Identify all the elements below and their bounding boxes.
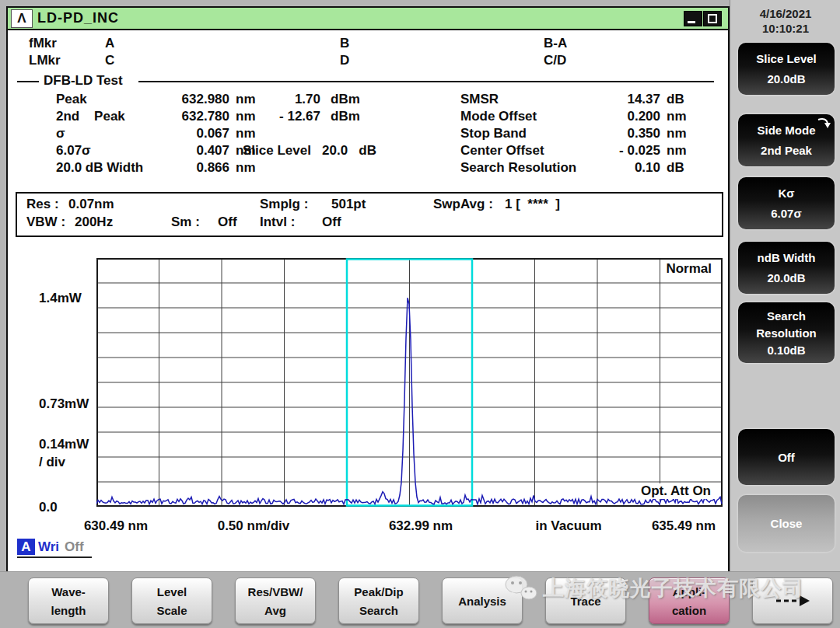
- spectrum-trace-svg: [96, 258, 723, 507]
- meas-value: 0.10: [583, 160, 660, 176]
- meas-label: Stop Band: [460, 126, 527, 141]
- application-button[interactable]: Appli- cation: [649, 577, 730, 624]
- minimize-icon: [688, 21, 695, 23]
- meas-value: 0.200: [583, 109, 660, 124]
- button-label: length: [51, 604, 86, 617]
- function-key-bar: Wave- length Level Scale Res/VBW/ Avg Pe…: [0, 571, 840, 628]
- y-axis-top-label: 1.4mW: [39, 291, 82, 306]
- y-axis-div-label: 0.14mW: [39, 437, 89, 452]
- marker-b-a: B-A: [544, 36, 567, 51]
- meas-value: 0.350: [583, 126, 660, 141]
- meas-label: Mode Offset: [460, 109, 537, 124]
- meas-unit: nm: [667, 143, 687, 159]
- wavelength-button[interactable]: Wave- length: [28, 577, 109, 624]
- minimize-button[interactable]: [684, 11, 702, 26]
- app-logo-icon: Λ: [11, 9, 33, 28]
- button-label: Peak/Dip: [354, 585, 403, 598]
- x-axis-stop-label: 635.49 nm: [652, 518, 716, 534]
- sm-label: Sm :: [171, 215, 200, 230]
- swpavg-value: 1 [ **** ]: [505, 197, 560, 212]
- button-label: Res/VBW/: [248, 585, 303, 598]
- softkey-slice-level[interactable]: Slice Level 20.0dB: [738, 43, 835, 95]
- meas-label: Peak: [56, 92, 87, 107]
- button-label: Trace: [570, 595, 600, 608]
- fmkr-label: fMkr: [29, 36, 57, 51]
- section-rule-left: [17, 81, 39, 82]
- trace-button[interactable]: Trace: [545, 577, 626, 624]
- softkey-off[interactable]: Off: [738, 429, 835, 485]
- softkey-close[interactable]: Close: [738, 495, 835, 552]
- trace-write-mode: Wri: [38, 539, 59, 555]
- softkey-label: Side Mode: [757, 124, 815, 137]
- section-title: DFB-LD Test: [44, 73, 123, 89]
- optical-attenuation-label: Opt. Att On: [637, 483, 715, 499]
- meas-value: 0.067: [152, 126, 229, 141]
- date-text: 4/16/2021: [730, 6, 840, 21]
- swpavg-label: SwpAvg :: [433, 197, 493, 212]
- y-axis-div-label2: / div: [39, 455, 65, 470]
- meas-unit-2: dBm: [331, 92, 360, 107]
- marker-c-d: C/D: [544, 53, 566, 68]
- smplg-label: Smplg :: [260, 197, 308, 212]
- res-label: Res :: [26, 197, 59, 212]
- analysis-button[interactable]: Analysis: [442, 577, 523, 624]
- button-label: cation: [672, 604, 706, 617]
- level-scale-button[interactable]: Level Scale: [131, 577, 212, 624]
- meas-unit: dB: [667, 160, 684, 176]
- lmkr-label: LMkr: [29, 53, 61, 68]
- maximize-button[interactable]: [703, 11, 722, 26]
- softkey-value: 6.07σ: [771, 207, 801, 220]
- softkey-k-sigma[interactable]: Kσ 6.07σ: [738, 177, 835, 229]
- more-keys-button[interactable]: [752, 577, 833, 624]
- meas-value: 632.780: [152, 109, 229, 124]
- softkey-value: 20.0dB: [767, 271, 805, 284]
- softkey-label: Search: [767, 309, 806, 323]
- res-vbw-avg-button[interactable]: Res/VBW/ Avg: [235, 577, 316, 624]
- meas-label: σ: [56, 126, 65, 141]
- meas-label: 6.07σ: [56, 143, 91, 159]
- softkey-label2: Resolution: [756, 326, 817, 340]
- softkey-label: Off: [778, 451, 795, 464]
- peak-dip-search-button[interactable]: Peak/Dip Search: [338, 577, 419, 624]
- datetime-display: 4/16/2021 10:10:21: [730, 6, 840, 36]
- button-label: Analysis: [458, 595, 506, 608]
- softkey-label: Kσ: [778, 187, 794, 200]
- sm-value: Off: [218, 215, 237, 230]
- title-bar: Λ LD-PD_INC: [8, 8, 728, 30]
- meas-label: 20.0 dB Width: [56, 160, 143, 176]
- arrow-right-icon: [774, 593, 811, 609]
- softkey-ndb-width[interactable]: ndB Width 20.0dB: [738, 242, 835, 294]
- instrument-window: Λ LD-PD_INC fMkr A B B-A LMkr C D C/D DF…: [6, 6, 730, 574]
- intvl-value: Off: [322, 215, 341, 230]
- softkey-sidebar: 4/16/2021 10:10:21 Slice Level 20.0dB Si…: [730, 0, 840, 571]
- softkey-value: 2nd Peak: [761, 144, 812, 157]
- intvl-label: Intvl :: [260, 215, 295, 230]
- trace-mode-label: Normal: [666, 261, 712, 277]
- section-rule-right: [138, 81, 714, 82]
- softkey-side-mode[interactable]: Side Mode 2nd Peak: [738, 114, 835, 166]
- meas-value-2: - 12.67: [243, 109, 320, 124]
- sweep-settings-box: Res : 0.07nm Smplg : 501pt SwpAvg : 1 [ …: [16, 192, 723, 237]
- meas-value: - 0.025: [583, 143, 660, 159]
- spectrum-plot: Normal Opt. Att On: [96, 258, 723, 507]
- softkey-search-resolution[interactable]: Search Resolution 0.10dB: [738, 302, 835, 363]
- meas-unit: nm: [236, 126, 256, 141]
- y-axis-zero-label: 0.0: [39, 500, 58, 515]
- meas-label: Center Offset: [460, 143, 544, 159]
- marker-c: C: [105, 53, 114, 68]
- meas-value: 0.407: [152, 143, 229, 159]
- res-value: 0.07nm: [68, 197, 114, 212]
- meas-value: 0.866: [152, 160, 229, 176]
- slice-level-readout: Slice Level 20.0 dB: [243, 143, 320, 159]
- meas-value: 14.37: [583, 92, 660, 107]
- softkey-label: Slice Level: [756, 52, 817, 65]
- button-label: Avg: [264, 604, 286, 617]
- softkey-value: 0.10dB: [767, 344, 805, 357]
- meas-unit-2: dBm: [331, 109, 360, 124]
- time-text: 10:10:21: [730, 21, 840, 36]
- vbw-value: 200Hz: [75, 215, 113, 230]
- button-label: Scale: [156, 604, 187, 617]
- meas-label: SMSR: [460, 92, 499, 107]
- trace-status-indicator: A Wri Off: [17, 539, 92, 558]
- button-label: Wave-: [51, 585, 86, 598]
